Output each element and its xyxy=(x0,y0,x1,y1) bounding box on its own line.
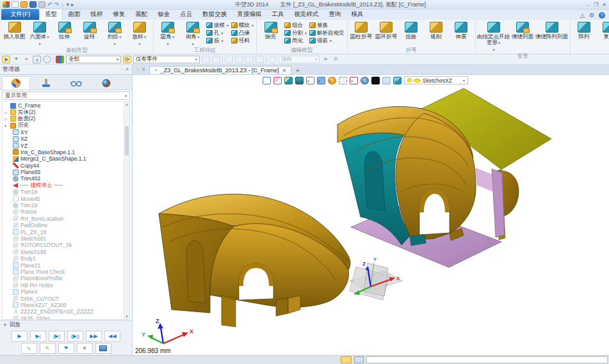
twist-button[interactable]: 扭曲 xyxy=(399,20,424,40)
table-display-icon[interactable] xyxy=(341,356,352,363)
simplify-button[interactable]: 简化 xyxy=(284,37,307,44)
normal-combo[interactable]: 法向▾ xyxy=(279,56,320,63)
open-file-icon[interactable] xyxy=(20,1,28,8)
edit-feature-button[interactable]: ✎ xyxy=(40,343,56,354)
blend-display-icon[interactable] xyxy=(393,77,402,84)
regen-filter-icon[interactable]: ⟳ xyxy=(123,56,131,63)
stack-top-icon[interactable] xyxy=(225,56,233,63)
history-manager-tab[interactable] xyxy=(2,76,30,90)
stack-mid-icon[interactable] xyxy=(235,56,243,63)
cylinder-bend-button[interactable]: 圆柱折弯 xyxy=(349,20,374,40)
shell-button[interactable]: 抽壳 xyxy=(258,20,283,40)
qa-dropdown-icon[interactable]: ▾ xyxy=(66,1,69,8)
tree-item[interactable]: ROTORCUTOUT_Sk xyxy=(3,242,129,248)
align-icon[interactable] xyxy=(212,56,220,63)
deform-by-point-button[interactable]: 由指定点开始变形 xyxy=(477,20,510,52)
combine-button[interactable]: 组合 xyxy=(284,22,307,29)
visibility-manager-tab[interactable] xyxy=(62,76,90,90)
tree-item[interactable]: Plane4 xyxy=(3,289,129,295)
window-display-icon[interactable] xyxy=(354,356,364,363)
doc-restore-icon[interactable]: ▫ xyxy=(136,67,138,72)
tree-item[interactable]: PistonBoreProfile xyxy=(3,275,129,281)
sketch-selector-combo[interactable]: SketchesXZ ▾ xyxy=(404,76,468,84)
spline-tool-button[interactable]: ∿ xyxy=(21,343,37,354)
screen-button[interactable] xyxy=(95,343,111,354)
tab-repair[interactable]: 修复 xyxy=(108,9,130,20)
tab-visual-style[interactable]: 视觉样式 xyxy=(289,9,323,20)
filter-list-icon[interactable] xyxy=(56,56,64,63)
revolve-button[interactable]: 旋转 xyxy=(77,20,102,40)
tree-item[interactable]: PL_ZX_18 xyxy=(3,228,129,235)
tree-item[interactable]: XY xyxy=(3,129,129,136)
remove-selection-icon[interactable]: − xyxy=(22,56,31,63)
tree-item[interactable]: Sketch198 xyxy=(3,249,129,255)
tab-direct-edit[interactable]: 直接编辑 xyxy=(232,9,266,20)
rewind-button[interactable]: ◀◀ xyxy=(104,331,120,342)
tree-item[interactable]: DISK_CUTOUT xyxy=(3,295,129,301)
tab-mold[interactable]: 模具 xyxy=(346,9,368,20)
tree-item[interactable]: Trim18 xyxy=(3,189,129,195)
thread-button[interactable]: 螺纹 xyxy=(231,22,254,29)
tree-scrollbar[interactable]: ▲▼ xyxy=(124,102,129,319)
insert-sketch-button[interactable]: 插入草图 xyxy=(2,20,27,40)
stretch-button[interactable]: 伸展 xyxy=(449,20,474,40)
tree-item[interactable]: Body1 xyxy=(3,255,129,262)
pick-point-icon[interactable]: ✛ xyxy=(332,56,340,63)
tree-item[interactable]: Sketch201 xyxy=(3,235,129,242)
delete-button[interactable]: ✕ xyxy=(77,343,93,354)
tab-data-exchange[interactable]: 数据交换 xyxy=(197,9,232,20)
regen-manager-tab[interactable] xyxy=(32,76,60,90)
tab-tools[interactable]: 工具 xyxy=(266,9,289,20)
print-icon[interactable] xyxy=(38,1,45,8)
wrap-to-face-button[interactable]: 缠绕到面 xyxy=(510,20,535,40)
tab-shape[interactable]: 造型 xyxy=(39,8,63,20)
fast-forward-button[interactable]: ▶▶ xyxy=(86,331,102,342)
new-file-icon[interactable] xyxy=(12,1,19,8)
render-mode-icon[interactable] xyxy=(328,77,336,84)
panel-close-icon[interactable]: ✕ xyxy=(125,67,129,72)
loft-button[interactable]: 放样 xyxy=(127,20,152,47)
tab-surface[interactable]: 曲面 xyxy=(63,9,85,20)
regen-icon[interactable]: ◌ xyxy=(61,1,64,8)
tab-assembly[interactable]: 装配 xyxy=(130,9,152,20)
tree-item[interactable]: Trim19 xyxy=(3,202,129,209)
tree-item[interactable]: Plane21 xyxy=(3,262,129,268)
tab-close-icon[interactable]: ✕ xyxy=(282,68,286,74)
close-button[interactable]: ✕ xyxy=(602,2,606,8)
background-icon[interactable] xyxy=(361,77,369,84)
tab-wireframe[interactable]: 线框 xyxy=(85,9,108,20)
left-brake-model[interactable] xyxy=(159,194,350,327)
panel-float-icon[interactable]: ▫ xyxy=(120,67,122,72)
save-icon[interactable] xyxy=(29,1,37,8)
divide-button[interactable]: 分割 xyxy=(284,29,307,36)
model-scene[interactable]: Y Z X Z X Y xyxy=(133,75,609,355)
tree-item[interactable]: Ins_C_BaseShape.1.1 xyxy=(3,149,129,155)
eraser-icon[interactable] xyxy=(273,77,282,84)
tree-item[interactable]: RH_BoreLocation xyxy=(3,216,129,222)
zoom-fit-icon[interactable] xyxy=(339,77,347,84)
tree-item[interactable]: Merge2_C_BaseShape.1.1 xyxy=(3,155,129,162)
command-input[interactable] xyxy=(366,356,608,363)
resolve-selfintersect-button[interactable]: 解析自相交 xyxy=(309,29,345,36)
walkthrough-icon[interactable] xyxy=(263,77,271,84)
chamfer-button[interactable]: 倒角 xyxy=(180,20,205,47)
tree-item[interactable]: Move45 xyxy=(3,195,129,202)
swap-icon[interactable] xyxy=(202,56,210,63)
new-tab-button[interactable]: + xyxy=(293,67,302,74)
draft-button[interactable]: 拔模 xyxy=(206,22,229,29)
tree-item[interactable]: AZZZZZ_ENDOFBASE_ZZZZZ xyxy=(3,308,129,315)
doc-close-icon[interactable]: ✕ xyxy=(142,67,146,72)
filter-all-combo[interactable]: 全部▾ xyxy=(66,56,121,63)
tree-item[interactable]: Rotors xyxy=(3,209,129,215)
plane-display-icon[interactable] xyxy=(317,77,325,84)
restore-button[interactable]: ❐ xyxy=(594,2,598,8)
tree-item[interactable]: Plane65 xyxy=(3,169,129,175)
play-button[interactable]: ▶ xyxy=(12,331,28,342)
ribbon-collapse-icon[interactable]: △ xyxy=(580,12,585,19)
play-step-next-button[interactable]: (▶|) xyxy=(67,331,83,342)
play-to-next-button[interactable]: ▶| xyxy=(30,331,46,342)
tree-item[interactable]: HB Pin Holes xyxy=(3,282,129,289)
wrap-pattern-to-face-button[interactable]: 缠绕阵列到面 xyxy=(535,20,569,40)
hide-icon[interactable] xyxy=(256,56,264,63)
block-button[interactable]: 六面体 xyxy=(27,20,52,47)
